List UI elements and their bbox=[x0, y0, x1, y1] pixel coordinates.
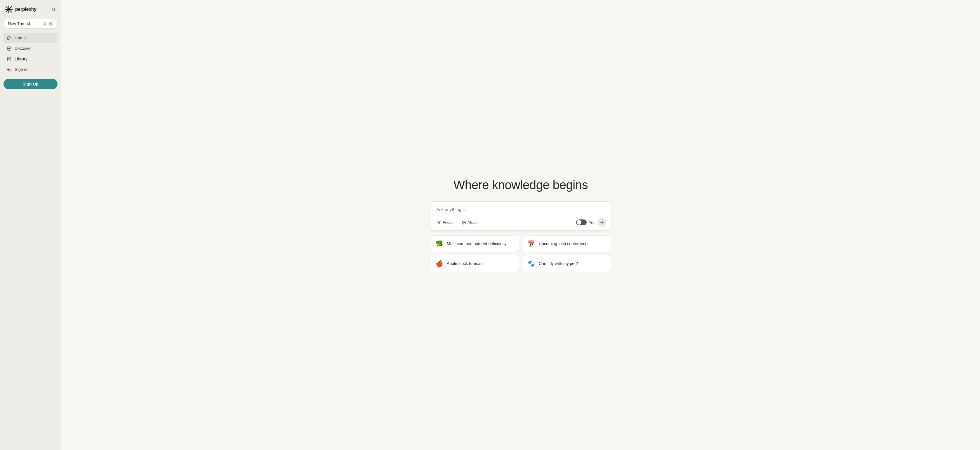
attach-icon bbox=[462, 220, 466, 225]
sidebar: perplexity New Thread ⌘ K Home Discover … bbox=[0, 0, 61, 450]
sidebar-item-home[interactable]: Home bbox=[3, 33, 57, 43]
sidebar-item-discover[interactable]: Discover bbox=[3, 43, 57, 54]
suggestion-icon-pet-fly: 🐾 bbox=[527, 260, 535, 268]
submit-button[interactable] bbox=[597, 218, 606, 227]
focus-label: Focus bbox=[443, 220, 453, 225]
suggestion-apple-stock[interactable]: 🍎 Apple stock forecast bbox=[430, 255, 519, 272]
cmd-key: ⌘ bbox=[43, 22, 48, 26]
search-box: Focus Attach Pro bbox=[430, 201, 611, 231]
suggestion-icon-tech-conf: 📅 bbox=[527, 239, 535, 248]
suggestion-text-apple-stock: Apple stock forecast bbox=[447, 261, 484, 266]
nav-list: Home Discover Library Sign in bbox=[3, 33, 57, 75]
logo: perplexity bbox=[5, 5, 37, 13]
suggestion-nutrient[interactable]: 🥦 Most common nutrient deficiency bbox=[430, 235, 519, 252]
suggestion-text-pet-fly: Can I fly with my pet? bbox=[539, 261, 578, 266]
toolbar-left: Focus Attach bbox=[435, 219, 480, 226]
logo-text: perplexity bbox=[15, 7, 37, 12]
search-toolbar: Focus Attach Pro bbox=[430, 215, 611, 230]
toolbar-right: Pro bbox=[576, 218, 606, 227]
suggestion-icon-nutrient: 🥦 bbox=[435, 239, 443, 248]
sidebar-item-label-signin: Sign in bbox=[14, 67, 27, 72]
attach-button[interactable]: Attach bbox=[460, 219, 480, 226]
search-input[interactable] bbox=[436, 207, 605, 212]
suggestions-grid: 🥦 Most common nutrient deficiency 📅 Upco… bbox=[430, 235, 611, 272]
new-thread-label: New Thread bbox=[8, 21, 30, 26]
sidebar-item-library[interactable]: Library bbox=[3, 54, 57, 64]
sidebar-item-label-library: Library bbox=[14, 57, 27, 61]
attach-label: Attach bbox=[468, 220, 479, 225]
suggestion-text-nutrient: Most common nutrient deficiency bbox=[447, 241, 507, 246]
signup-button[interactable]: Sign Up bbox=[3, 79, 57, 89]
hero-title: Where knowledge begins bbox=[453, 178, 588, 192]
svg-marker-3 bbox=[8, 48, 11, 49]
suggestion-pet-fly[interactable]: 🐾 Can I fly with my pet? bbox=[522, 255, 611, 272]
logo-icon bbox=[5, 5, 13, 13]
pro-toggle: Pro bbox=[576, 219, 595, 225]
book-icon bbox=[6, 56, 12, 62]
collapse-icon bbox=[51, 7, 55, 12]
focus-button[interactable]: Focus bbox=[435, 219, 455, 226]
search-input-area bbox=[430, 202, 611, 215]
sign-in-icon bbox=[6, 67, 12, 72]
suggestion-tech-conf[interactable]: 📅 Upcoming tech conferences bbox=[522, 235, 611, 252]
suggestion-icon-apple-stock: 🍎 bbox=[435, 260, 443, 268]
sidebar-header: perplexity bbox=[3, 5, 57, 13]
compass-icon bbox=[6, 46, 12, 51]
main-content: Where knowledge begins Focus bbox=[61, 0, 980, 450]
home-icon bbox=[6, 35, 12, 41]
suggestion-text-tech-conf: Upcoming tech conferences bbox=[539, 241, 590, 246]
focus-icon bbox=[437, 220, 441, 225]
pro-toggle-switch[interactable] bbox=[576, 219, 587, 225]
sidebar-item-label-home: Home bbox=[14, 36, 26, 40]
new-thread-shortcuts: ⌘ K bbox=[43, 22, 53, 26]
new-thread-button[interactable]: New Thread ⌘ K bbox=[3, 19, 57, 29]
sidebar-item-signin[interactable]: Sign in bbox=[3, 64, 57, 75]
k-key: K bbox=[48, 22, 53, 26]
pro-label: Pro bbox=[589, 220, 595, 225]
submit-icon bbox=[600, 220, 604, 224]
collapse-button[interactable] bbox=[49, 6, 56, 13]
sidebar-item-label-discover: Discover bbox=[14, 46, 31, 51]
